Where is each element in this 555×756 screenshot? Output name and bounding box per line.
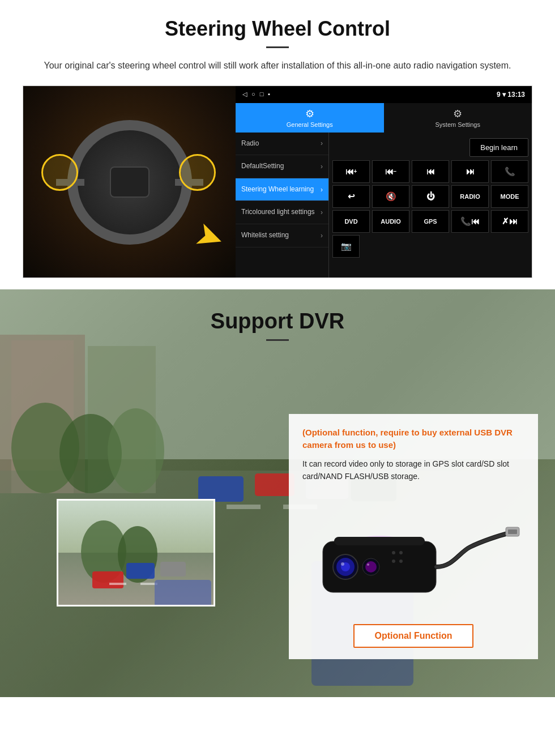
svg-rect-20: [92, 571, 123, 588]
svg-rect-6: [227, 505, 261, 509]
highlight-left: [41, 154, 78, 191]
ctrl-dvd[interactable]: DVD: [332, 210, 370, 233]
steering-subtitle: Your original car's steering wheel contr…: [23, 58, 532, 73]
statusbar-left-icons: ◁ ○ □ ▪: [242, 91, 270, 98]
ctrl-phone[interactable]: 📞: [491, 160, 528, 183]
wheel-center: [110, 166, 150, 198]
svg-point-10: [108, 408, 164, 493]
svg-rect-40: [508, 529, 517, 534]
ctrl-back[interactable]: ↩: [332, 185, 370, 208]
ctrl-prev-track[interactable]: ⏮: [412, 160, 449, 183]
menu-radio-arrow: ›: [321, 139, 323, 147]
steering-title: Steering Wheel Control: [23, 17, 532, 41]
ctrl-mute[interactable]: 🔇: [372, 185, 409, 208]
svg-rect-18: [126, 563, 155, 579]
svg-rect-11: [198, 476, 244, 502]
menu-tricoloured-label: Tricoloured light settings: [241, 208, 315, 217]
tab-general-label: General Settings: [287, 121, 333, 128]
ctrl-vol-down[interactable]: ⏮−: [372, 160, 409, 183]
ctrl-phone-prev[interactable]: 📞⏮: [451, 210, 489, 233]
dvr-section: Support DVR (Optional function, requ: [0, 289, 555, 697]
ctrl-power[interactable]: ⏻: [412, 185, 449, 208]
highlight-right: [179, 154, 216, 191]
control-row-4: 📷: [332, 235, 528, 258]
ctrl-radio[interactable]: RADIO: [451, 185, 489, 208]
svg-point-31: [341, 562, 344, 566]
begin-learn-button[interactable]: Begin learn: [469, 138, 528, 157]
svg-point-37: [392, 559, 395, 563]
ctrl-next-track[interactable]: ⏭: [451, 160, 489, 183]
android-panel: ◁ ○ □ ▪ 9 ▾ 13:13 ⚙ General Settings ⚙ S…: [236, 86, 532, 277]
steering-control-panel: Begin learn ⏮+ ⏮− ⏮ ⏭ 📞 ↩ 🔇 ⏻: [329, 133, 532, 277]
ctrl-gps[interactable]: GPS: [412, 210, 449, 233]
menu-radio-label: Radio: [241, 139, 259, 148]
title-divider: [266, 46, 289, 48]
yellow-arrow: ➤: [190, 212, 230, 259]
dvr-title-area: Support DVR: [0, 289, 555, 355]
dvr-title: Support DVR: [0, 309, 555, 334]
ctrl-mute-next[interactable]: ✗⏭: [491, 210, 528, 233]
control-row-1: ⏮+ ⏮− ⏮ ⏭ 📞: [332, 160, 528, 183]
tab-system-settings[interactable]: ⚙ System Settings: [384, 103, 532, 133]
tab-general-settings[interactable]: ⚙ General Settings: [236, 103, 384, 133]
svg-point-34: [367, 563, 369, 566]
dvr-description: It can record video only to storage in G…: [302, 458, 524, 483]
android-menu-list: Radio › DefaultSetting › Steering Wheel …: [236, 133, 329, 277]
dvr-optional-note: (Optional function, require to buy exter…: [302, 426, 524, 452]
svg-point-38: [399, 559, 403, 563]
svg-point-33: [365, 561, 377, 573]
thumbnail-scene: [58, 501, 214, 605]
ctrl-audio[interactable]: AUDIO: [372, 210, 409, 233]
steering-section: Steering Wheel Control Your original car…: [0, 0, 555, 289]
dvr-camera-image: [302, 490, 524, 615]
svg-point-35: [392, 551, 395, 554]
steering-wheel: [67, 120, 192, 245]
svg-point-36: [399, 551, 403, 554]
android-statusbar: ◁ ○ □ ▪ 9 ▾ 13:13: [236, 86, 532, 103]
menu-item-steering-wheel-learning[interactable]: Steering Wheel learning ›: [236, 178, 328, 202]
dvr-info-box: (Optional function, require to buy exter…: [289, 414, 538, 660]
begin-learn-row: Begin learn: [332, 136, 528, 158]
dvr-thumbnail: [57, 499, 215, 606]
menu-tricoloured-arrow: ›: [321, 208, 323, 216]
ctrl-vol-up[interactable]: ⏮+: [332, 160, 370, 183]
thumbnail-content: [58, 501, 214, 605]
menu-item-radio[interactable]: Radio ›: [236, 133, 328, 156]
control-row-3: DVD AUDIO GPS 📞⏮ ✗⏭: [332, 210, 528, 233]
svg-rect-21: [109, 583, 126, 585]
system-settings-icon: ⚙: [453, 108, 462, 120]
menu-steering-label: Steering Wheel learning: [241, 185, 314, 194]
steering-demo-area: ➤ ◁ ○ □ ▪ 9 ▾ 13:13 ⚙ General Settings: [23, 86, 532, 278]
dvr-divider: [266, 339, 289, 341]
steering-photo: ➤: [23, 86, 236, 278]
home-icon: ○: [251, 91, 255, 98]
menu-item-defaultsetting[interactable]: DefaultSetting ›: [236, 155, 328, 178]
svg-rect-19: [160, 562, 186, 576]
menu-whitelist-label: Whitelist setting: [241, 231, 289, 240]
menu-whitelist-arrow: ›: [321, 232, 323, 240]
svg-rect-27: [334, 537, 425, 545]
dvr-camera-svg: [306, 496, 521, 609]
optional-function-button[interactable]: Optional Function: [353, 624, 474, 648]
wheel-background: ➤: [23, 86, 236, 278]
status-time: 9 ▾ 13:13: [497, 91, 525, 99]
menu-item-tricoloured[interactable]: Tricoloured light settings ›: [236, 201, 328, 224]
back-icon: ◁: [242, 91, 247, 98]
menu-steering-arrow: ›: [321, 186, 323, 194]
menu-defaultsetting-label: DefaultSetting: [241, 162, 284, 171]
general-settings-icon: ⚙: [305, 108, 314, 120]
tab-system-label: System Settings: [436, 121, 480, 128]
ctrl-camera[interactable]: 📷: [332, 235, 360, 258]
control-row-2: ↩ 🔇 ⏻ RADIO MODE: [332, 185, 528, 208]
android-tabs: ⚙ General Settings ⚙ System Settings: [236, 103, 532, 133]
menu-icon: ▪: [268, 91, 270, 98]
android-content: Radio › DefaultSetting › Steering Wheel …: [236, 133, 532, 277]
svg-rect-23: [155, 580, 211, 605]
menu-default-arrow: ›: [321, 163, 323, 170]
recents-icon: □: [260, 91, 264, 98]
ctrl-mode[interactable]: MODE: [491, 185, 528, 208]
menu-item-whitelist[interactable]: Whitelist setting ›: [236, 224, 328, 247]
